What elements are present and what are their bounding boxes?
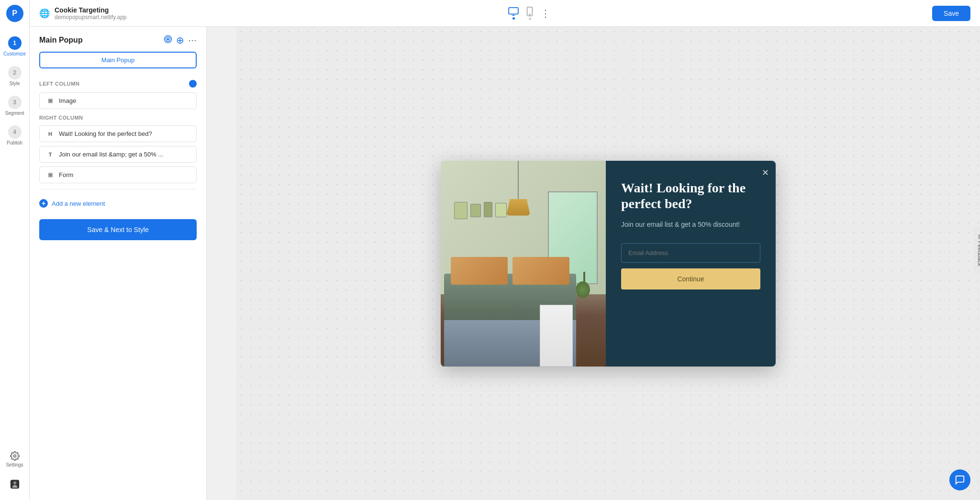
settings-nav-button[interactable]: Settings	[0, 445, 29, 473]
nav-number-publish: 4	[8, 125, 22, 139]
popup-heading: Wait! Looking for the perfect bed?	[621, 180, 760, 212]
desktop-icon	[508, 7, 519, 16]
sidebar-header: Main Popup ⊕ ⋯	[30, 27, 206, 52]
mobile-icon	[526, 7, 533, 16]
avatar-button[interactable]	[0, 473, 29, 495]
popup-close-button[interactable]: ✕	[762, 167, 769, 178]
heading-element[interactable]: H Wait! Looking for the perfect bed?	[39, 125, 197, 142]
nav-label-customize: Customize	[3, 51, 26, 56]
more-options-button[interactable]: ⋮	[541, 8, 550, 19]
left-column-indicator	[189, 80, 197, 88]
feedback-label: Feedback	[977, 241, 980, 266]
wall-art	[454, 202, 507, 219]
nav-number-customize: 1	[8, 36, 22, 50]
target-icon-button[interactable]	[164, 35, 172, 46]
nav-label-style: Style	[9, 81, 20, 86]
form-label: Form	[59, 171, 73, 178]
device-switcher: ⋮	[508, 7, 550, 20]
svg-point-8	[167, 38, 169, 40]
target-icon	[164, 35, 172, 44]
text-label: Join our email list &amp; get a 50% ...	[59, 151, 163, 158]
pendant-lamp	[503, 161, 533, 216]
main-popup-tab[interactable]: Main Popup	[39, 52, 197, 68]
right-column-label: RIGHT COLUMN	[30, 111, 206, 123]
settings-label: Settings	[6, 462, 23, 467]
save-button[interactable]: Save	[932, 6, 970, 21]
add-circle-button[interactable]: ⊕	[176, 34, 184, 46]
heading-badge: H	[46, 131, 54, 137]
form-element[interactable]: ▣ Form	[39, 167, 197, 183]
top-bar: 🌐 Cookie Targeting demopopupsmart.netlif…	[30, 0, 980, 27]
svg-point-5	[529, 14, 530, 15]
popup-subtext: Join our email list & get a 50% discount…	[621, 220, 760, 230]
desktop-view-button[interactable]	[508, 7, 519, 20]
image-label: Image	[59, 97, 76, 104]
nav-label-publish: Publish	[7, 140, 22, 145]
site-name: Cookie Targeting	[55, 6, 127, 14]
sidebar-item-style[interactable]: 2 Style	[0, 61, 29, 91]
nightstand	[540, 305, 573, 367]
plant-right	[576, 272, 592, 300]
popup-right-column: ✕ Wait! Looking for the perfect bed? Joi…	[606, 161, 776, 367]
text-element[interactable]: T Join our email list &amp; get a 50% ..…	[39, 146, 197, 163]
sidebar-header-icons: ⊕ ⋯	[164, 34, 197, 46]
site-info-section: 🌐 Cookie Targeting demopopupsmart.netlif…	[39, 6, 127, 21]
popup-preview: ✕ Wait! Looking for the perfect bed? Joi…	[441, 161, 776, 367]
svg-rect-3	[509, 7, 518, 14]
site-details: Cookie Targeting demopopupsmart.netlify.…	[55, 6, 127, 21]
user-icon	[10, 479, 20, 489]
image-element[interactable]: ▣ Image	[39, 92, 197, 109]
feedback-icon: ✉	[977, 234, 980, 239]
image-badge: ▣	[46, 98, 54, 104]
add-element-label: Add a new element	[52, 200, 105, 207]
site-url: demopopupsmart.netlify.app	[55, 14, 127, 21]
form-badge: ▣	[46, 172, 54, 178]
heading-label: Wait! Looking for the perfect bed?	[59, 130, 152, 137]
chat-bubble-button[interactable]	[949, 469, 970, 490]
sidebar-item-publish[interactable]: 4 Publish	[0, 121, 29, 150]
left-column-label: LEFT COLUMN	[30, 76, 206, 90]
mobile-inactive-dot	[529, 18, 531, 20]
chat-icon	[955, 475, 965, 485]
left-navigation: P 1 Customize 2 Style 3 Segment 4 Publis…	[0, 0, 30, 500]
pillows	[451, 257, 569, 285]
desktop-active-dot	[512, 17, 515, 20]
nav-label-segment: Segment	[5, 111, 24, 116]
feedback-tab[interactable]: ✉ Feedback	[974, 226, 980, 274]
nav-number-segment: 3	[8, 96, 22, 109]
main-canvas: ✕ Wait! Looking for the perfect bed? Joi…	[236, 27, 980, 500]
gear-icon	[10, 451, 20, 461]
sidebar-item-segment[interactable]: 3 Segment	[0, 91, 29, 121]
globe-icon: 🌐	[39, 8, 50, 19]
popup-left-column	[441, 161, 606, 367]
svg-point-2	[13, 482, 16, 485]
mobile-view-button[interactable]	[526, 7, 533, 20]
text-badge: T	[46, 152, 54, 157]
bedroom-image	[441, 161, 606, 367]
nav-number-style: 2	[8, 66, 22, 79]
svg-point-0	[13, 455, 16, 457]
save-next-button[interactable]: Save & Next to Style	[39, 219, 197, 240]
sidebar-item-customize[interactable]: 1 Customize	[0, 32, 29, 61]
divider	[39, 189, 197, 189]
sidebar-title: Main Popup	[39, 36, 83, 44]
sidebar-panel: Main Popup ⊕ ⋯ Main Popup LEFT COLUMN ▣ …	[30, 27, 207, 500]
more-menu-button[interactable]: ⋯	[188, 35, 197, 45]
popup-email-input[interactable]	[621, 243, 760, 263]
add-plus-icon: +	[39, 199, 48, 208]
popup-continue-button[interactable]: Continue	[621, 268, 760, 289]
add-element-button[interactable]: + Add a new element	[30, 193, 206, 213]
app-logo[interactable]: P	[6, 5, 23, 22]
